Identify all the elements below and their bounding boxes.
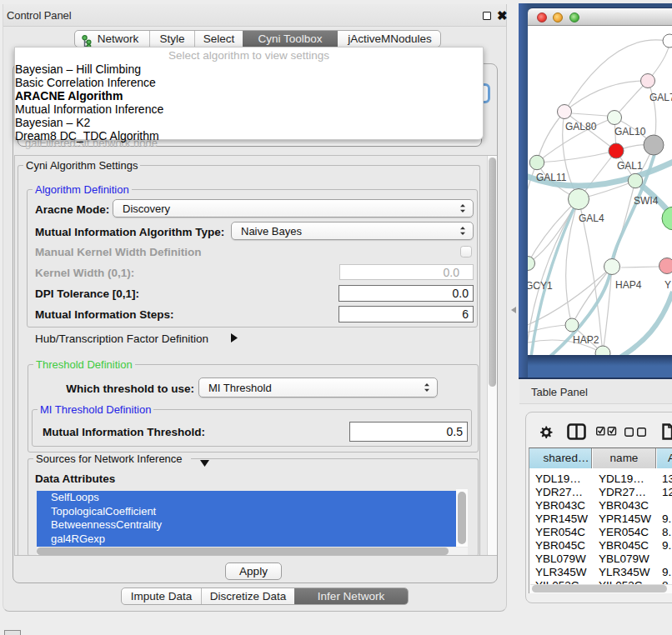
svg-text:GAL80: GAL80 xyxy=(565,121,597,132)
svg-text:GAL10: GAL10 xyxy=(614,126,646,138)
svg-text:SWI4: SWI4 xyxy=(634,195,659,207)
svg-text:GCY1: GCY1 xyxy=(528,280,553,292)
svg-text:GAL4: GAL4 xyxy=(579,212,604,224)
svg-text:GAL1: GAL1 xyxy=(617,160,643,172)
svg-text:Y: Y xyxy=(664,279,671,291)
svg-text:HAP2: HAP2 xyxy=(573,334,599,346)
svg-text:GAL11: GAL11 xyxy=(536,172,567,183)
svg-text:HAP4: HAP4 xyxy=(615,279,642,291)
svg-text:GAL7: GAL7 xyxy=(649,92,672,103)
